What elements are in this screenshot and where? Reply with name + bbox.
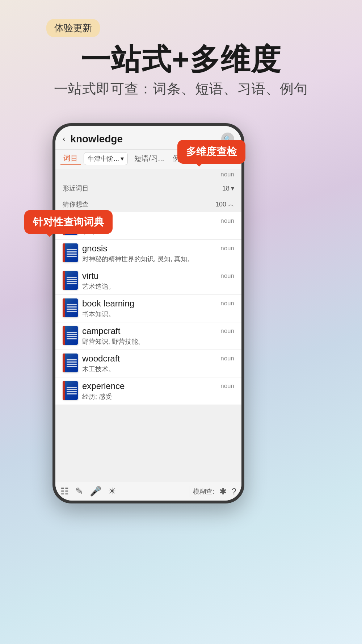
dropdown-arrow-icon: ▾ xyxy=(121,155,124,163)
mic-icon[interactable]: 🎤 xyxy=(90,486,101,497)
hero-subtitle-container: 一站式即可查：词条、短语、习语、例句 xyxy=(0,80,362,98)
word-chinese-6: 经历; 感受 xyxy=(82,392,234,401)
word-pos-6: noun xyxy=(220,382,234,390)
similar-count: 18 ▾ xyxy=(222,184,234,192)
bottom-toolbar: ☷ ✎ 🎤 ☀ 模糊查: ✱ ? xyxy=(55,482,241,501)
tab-dictionary[interactable]: 牛津中阶... ▾ xyxy=(84,152,128,165)
word-entry-2[interactable]: virtu noun 艺术造诣。 xyxy=(55,267,241,295)
hero-title: 一站式+多维度 xyxy=(0,40,362,80)
hero-subtitle: 一站式即可查：词条、短语、习语、例句 xyxy=(0,80,362,98)
phone-screen: ‹ knowledge 🔍 词目 牛津中阶... ▾ 短语/习... 例句 no… xyxy=(55,126,241,501)
word-content-4: campcraft noun 野营知识, 野营技能。 xyxy=(82,326,234,346)
word-chinese-5: 木工技术。 xyxy=(82,365,234,373)
word-english-1: gnosis xyxy=(82,243,107,254)
guess-chevron-icon[interactable]: ︿ xyxy=(228,200,234,209)
word-entry-4[interactable]: campcraft noun 野营知识, 野营技能。 xyxy=(55,322,241,350)
book-icon-6 xyxy=(63,381,78,400)
phone-mockup: ‹ knowledge 🔍 词目 牛津中阶... ▾ 短语/习... 例句 no… xyxy=(52,123,244,503)
badge-text: 体验更新 xyxy=(54,22,92,33)
word-title-row-6: experience noun xyxy=(82,381,234,391)
tab-word-list[interactable]: 词目 xyxy=(60,152,81,165)
edit-icon[interactable]: ✎ xyxy=(75,486,83,497)
word-chinese-1: 对神秘的精神世界的知识, 灵知, 真知。 xyxy=(82,255,234,263)
guess-count: 100 ︿ xyxy=(215,200,234,209)
similar-label: 形近词目 xyxy=(63,184,89,193)
word-chinese-4: 野营知识, 野营技能。 xyxy=(82,337,234,346)
word-english-6: experience xyxy=(82,381,125,391)
word-entry-1[interactable]: gnosis noun 对神秘的精神世界的知识, 灵知, 真知。 xyxy=(55,240,241,267)
word-english-3: book learning xyxy=(82,298,134,309)
word-title-row-3: book learning noun xyxy=(82,298,234,309)
toolbar-right: 模糊查: ✱ ? xyxy=(193,486,236,497)
word-pos-5: noun xyxy=(220,355,234,362)
word-title-row-5: woodcraft noun xyxy=(82,354,234,364)
word-entry-3[interactable]: book learning noun 书本知识。 xyxy=(55,295,241,322)
word-english-2: virtu xyxy=(82,271,98,281)
star-icon[interactable]: ✱ xyxy=(219,486,227,497)
tooltip-multi-dim: 多维度查检 xyxy=(177,140,245,164)
tab-phrase[interactable]: 短语/习... xyxy=(131,152,168,165)
word-entry-6[interactable]: experience noun 经历; 感受 xyxy=(55,377,241,405)
noun-badge-text: noun xyxy=(220,171,234,178)
word-title-row-4: campcraft noun xyxy=(82,326,234,336)
word-pos-2: noun xyxy=(220,272,234,280)
word-content-3: book learning noun 书本知识。 xyxy=(82,298,234,318)
word-content-1: gnosis noun 对神秘的精神世界的知识, 灵知, 真知。 xyxy=(82,243,234,263)
similar-section-header: 形近词目 18 ▾ xyxy=(55,180,241,196)
book-icon-1 xyxy=(63,243,78,262)
book-icon-2 xyxy=(63,271,78,290)
tooltip-targeted: 针对性查询词典 xyxy=(24,210,113,234)
word-title-row-1: gnosis noun xyxy=(82,243,234,254)
top-badge: 体验更新 xyxy=(46,19,100,37)
entries-list: learning noun 学习 gnosis noun 对神秘 xyxy=(55,212,241,405)
book-icon-5 xyxy=(63,354,78,372)
book-icon-3 xyxy=(63,298,78,317)
toolbar-left: ☷ ✎ 🎤 ☀ xyxy=(60,486,185,497)
book-icon-4 xyxy=(63,326,78,345)
back-arrow-icon[interactable]: ‹ xyxy=(63,134,65,144)
guess-section-header: 猜你想查 100 ︿ xyxy=(55,196,241,212)
help-icon[interactable]: ? xyxy=(232,486,236,497)
word-english-4: campcraft xyxy=(82,326,120,336)
word-content-2: virtu noun 艺术造诣。 xyxy=(82,271,234,291)
word-content-5: woodcraft noun 木工技术。 xyxy=(82,354,234,373)
word-chinese-2: 艺术造诣。 xyxy=(82,282,234,291)
fuzzy-label: 模糊查: xyxy=(193,487,214,496)
tooltip-multi-dim-text: 多维度查检 xyxy=(186,146,237,157)
camera-icon[interactable]: ☀ xyxy=(108,486,116,497)
word-english-5: woodcraft xyxy=(82,354,120,364)
word-pos-3: noun xyxy=(220,300,234,307)
similar-chevron-icon[interactable]: ▾ xyxy=(231,184,234,192)
word-chinese-3: 书本知识。 xyxy=(82,310,234,318)
word-pos-1: noun xyxy=(220,245,234,252)
word-pos-0: noun xyxy=(220,217,234,225)
word-entry-5[interactable]: woodcraft noun 木工技术。 xyxy=(55,350,241,377)
word-title-row-2: virtu noun xyxy=(82,271,234,281)
toolbar-divider xyxy=(189,486,189,497)
menu-icon[interactable]: ☷ xyxy=(60,486,69,497)
phone-frame: ‹ knowledge 🔍 词目 牛津中阶... ▾ 短语/习... 例句 no… xyxy=(52,123,244,503)
noun-badge-area: noun xyxy=(55,169,241,180)
tooltip-targeted-text: 针对性查询词典 xyxy=(33,216,104,227)
word-content-6: experience noun 经历; 感受 xyxy=(82,381,234,401)
guess-label: 猜你想查 xyxy=(63,200,89,209)
word-pos-4: noun xyxy=(220,327,234,335)
hero-title-container: 一站式+多维度 xyxy=(0,40,362,80)
tab-dictionary-label: 牛津中阶... xyxy=(88,154,119,163)
